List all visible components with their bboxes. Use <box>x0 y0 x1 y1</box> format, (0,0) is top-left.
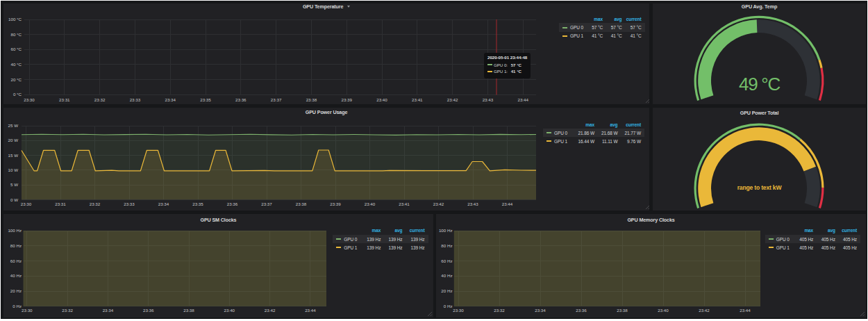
svg-text:23:37: 23:37 <box>271 97 282 102</box>
svg-text:23:39: 23:39 <box>341 97 352 102</box>
svg-text:40 Hz: 40 Hz <box>10 273 22 278</box>
svg-text:23:42: 23:42 <box>447 97 458 102</box>
svg-text:23:39: 23:39 <box>330 201 341 206</box>
svg-text:23:40: 23:40 <box>224 308 235 313</box>
svg-text:23:30: 23:30 <box>24 97 35 102</box>
svg-text:0 Hz: 0 Hz <box>12 304 22 308</box>
svg-text:60 °C: 60 °C <box>10 47 22 51</box>
svg-text:23:40: 23:40 <box>658 308 669 313</box>
svg-text:23:43: 23:43 <box>467 201 478 206</box>
svg-text:23:30: 23:30 <box>22 308 33 313</box>
svg-text:23:31: 23:31 <box>55 201 66 206</box>
svg-text:23:42: 23:42 <box>433 201 444 206</box>
svg-text:23:40: 23:40 <box>365 201 376 206</box>
svg-text:23:34: 23:34 <box>165 97 176 102</box>
svg-text:23:34: 23:34 <box>103 308 114 313</box>
svg-text:25 W: 25 W <box>8 123 19 128</box>
svg-text:23:36: 23:36 <box>576 308 587 313</box>
svg-text:80 Hz: 80 Hz <box>441 243 452 248</box>
svg-text:0 °C: 0 °C <box>13 92 22 97</box>
svg-text:60 Hz: 60 Hz <box>441 258 452 263</box>
svg-text:23:33: 23:33 <box>124 201 135 206</box>
svg-text:23:37: 23:37 <box>261 201 272 206</box>
svg-text:20 Hz: 20 Hz <box>441 288 452 293</box>
svg-text:100 °C: 100 °C <box>8 17 22 22</box>
svg-text:20 Hz: 20 Hz <box>10 288 22 293</box>
svg-text:23:41: 23:41 <box>399 201 410 206</box>
svg-text:23:34: 23:34 <box>158 201 169 206</box>
svg-text:23:41: 23:41 <box>412 97 423 102</box>
svg-text:23:44: 23:44 <box>502 201 513 206</box>
svg-text:23:40: 23:40 <box>376 97 387 102</box>
svg-text:40 Hz: 40 Hz <box>441 273 452 278</box>
svg-text:10 W: 10 W <box>8 167 19 172</box>
svg-text:100 Hz: 100 Hz <box>8 228 22 233</box>
svg-text:23:42: 23:42 <box>699 308 710 313</box>
svg-text:80 Hz: 80 Hz <box>10 243 22 248</box>
svg-text:40 °C: 40 °C <box>10 62 22 67</box>
svg-text:23:44: 23:44 <box>305 308 316 313</box>
svg-text:23:38: 23:38 <box>296 201 307 206</box>
svg-text:23:32: 23:32 <box>62 308 73 313</box>
svg-text:23:38: 23:38 <box>617 308 628 313</box>
svg-text:23:32: 23:32 <box>94 97 106 102</box>
svg-text:23:32: 23:32 <box>90 201 101 206</box>
svg-text:80 °C: 80 °C <box>10 32 22 37</box>
svg-text:23:38: 23:38 <box>183 308 194 313</box>
svg-text:23:31: 23:31 <box>59 97 70 102</box>
svg-text:23:30: 23:30 <box>453 308 464 313</box>
svg-text:20 °C: 20 °C <box>10 77 22 82</box>
svg-text:23:35: 23:35 <box>192 201 203 206</box>
svg-text:15 W: 15 W <box>8 153 19 158</box>
svg-text:0 Hz: 0 Hz <box>444 304 453 308</box>
svg-text:100 Hz: 100 Hz <box>439 228 453 233</box>
svg-text:23:42: 23:42 <box>265 308 276 313</box>
svg-text:23:36: 23:36 <box>235 97 247 102</box>
svg-text:23:44: 23:44 <box>517 97 528 102</box>
svg-text:23:44: 23:44 <box>740 308 751 313</box>
svg-text:20 W: 20 W <box>8 138 19 142</box>
svg-text:23:34: 23:34 <box>535 308 546 313</box>
svg-text:23:36: 23:36 <box>227 201 238 206</box>
svg-text:23:43: 23:43 <box>483 97 494 102</box>
svg-text:23:36: 23:36 <box>143 308 154 313</box>
svg-text:60 Hz: 60 Hz <box>10 258 22 263</box>
svg-text:23:30: 23:30 <box>21 201 32 206</box>
svg-text:0 W: 0 W <box>10 197 18 202</box>
svg-text:23:32: 23:32 <box>494 308 505 313</box>
svg-text:5 W: 5 W <box>10 182 18 187</box>
svg-text:23:38: 23:38 <box>306 97 317 102</box>
svg-text:23:33: 23:33 <box>130 97 141 102</box>
svg-text:23:35: 23:35 <box>200 97 211 102</box>
